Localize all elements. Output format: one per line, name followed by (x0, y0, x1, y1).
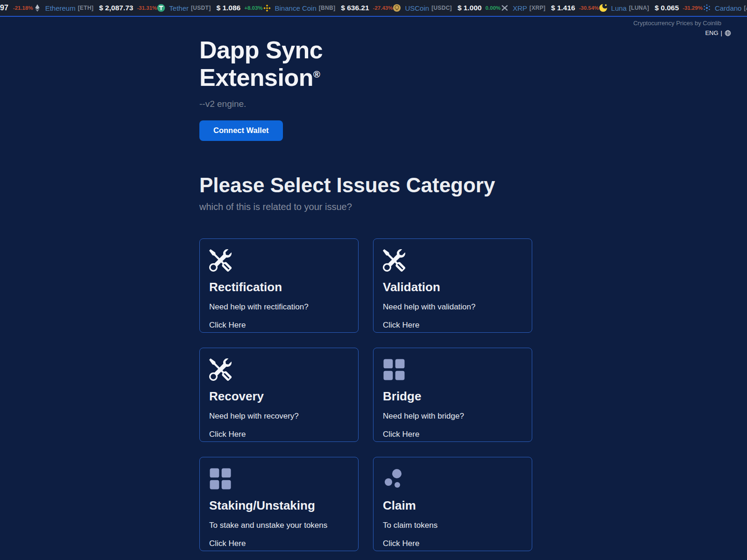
crypto-ticker-bar: 97 -21.18% Ethereum [ETH] $ 2,087.73 -31… (0, 0, 747, 17)
binance-coin-icon (263, 4, 271, 12)
coin-name[interactable]: XRP (513, 4, 527, 12)
grid-icon (383, 358, 405, 381)
language-label: ENG (705, 29, 718, 36)
ticker-item-ethereum[interactable]: Ethereum [ETH] $ 2,087.73 -31.31% (33, 4, 157, 12)
click-here-link[interactable]: Click Here (209, 321, 246, 329)
coin-name[interactable]: Tether (169, 4, 189, 12)
issue-card-staking-unstaking[interactable]: Staking/Unstaking To stake and unstake y… (199, 457, 359, 551)
coin-symbol: [ETH] (78, 5, 94, 11)
tools-icon (209, 358, 232, 381)
uscoin-icon (393, 4, 401, 12)
coin-change: -31.31% (137, 5, 157, 11)
card-description: To stake and unstake your tokens (209, 521, 349, 530)
ticker-item-uscoin[interactable]: USCoin [USDC] $ 1.000 0.00% (393, 4, 500, 12)
click-here-link[interactable]: Click Here (383, 539, 419, 548)
card-title: Validation (383, 280, 522, 294)
card-description: To claim tokens (383, 521, 522, 530)
page-title: Dapp Sync Extension® (199, 36, 532, 91)
issue-card-bridge[interactable]: Bridge Need help with bridge? Click Here (373, 348, 532, 442)
tether-icon (157, 4, 165, 12)
coin-name[interactable]: USCoin (405, 4, 429, 12)
card-description: Need help with rectification? (209, 302, 349, 312)
ticker-item-binance-coin[interactable]: Binance Coin [BNB] $ 636.21 -27.43% (263, 4, 393, 12)
coin-change: -30.54% (579, 5, 599, 11)
ticker-item-luna[interactable]: Luna [LUNA] $ 0.065 -31.29% (599, 4, 703, 12)
coin-price: $ 0.065 (655, 4, 679, 12)
coin-name[interactable]: Ethereum (45, 4, 76, 12)
click-here-link[interactable]: Click Here (383, 430, 419, 439)
card-description: Need help with recovery? (209, 412, 349, 421)
click-here-link[interactable]: Click Here (209, 539, 246, 548)
coin-name[interactable]: Binance Coin (275, 4, 317, 12)
coin-name[interactable]: Cardano (715, 4, 742, 12)
coin-price: $ 1.000 (458, 4, 482, 12)
ticker-item-xrp[interactable]: XRP [XRP] $ 1.416 -30.54% (500, 4, 599, 12)
issues-subheading: which of this is related to your issue? (199, 202, 532, 212)
connect-wallet-button[interactable]: Connect Wallet (199, 120, 283, 141)
grid-icon (209, 468, 232, 490)
issue-card-claim[interactable]: Claim To claim tokens Click Here (373, 457, 532, 551)
ticker-item-cardano[interactable]: Cardano [ADA] $ 0.263 (703, 4, 747, 12)
circles-icon (383, 468, 405, 490)
coin-symbol: [USDC] (431, 5, 452, 11)
click-here-link[interactable]: Click Here (209, 430, 246, 439)
issue-category-grid: Rectification Need help with rectificati… (199, 238, 532, 551)
coin-price: $ 1.416 (551, 4, 575, 12)
card-description: Need help with bridge? (383, 412, 522, 421)
coin-symbol: [XRP] (529, 5, 545, 11)
coin-symbol: [BNB] (319, 5, 336, 11)
registered-trademark: ® (313, 69, 320, 79)
coin-change: 0.00% (486, 5, 501, 11)
coin-price: $ 1.086 (216, 4, 240, 12)
ethereum-icon (33, 4, 42, 12)
coin-symbol: [LUNA] (629, 5, 649, 11)
card-title: Claim (383, 498, 522, 513)
ticker-change: -21.18% (13, 5, 33, 11)
ticker-item-tether[interactable]: Tether [USDT] $ 1.086 +8.03% (157, 4, 262, 12)
issue-card-rectification[interactable]: Rectification Need help with rectificati… (199, 238, 359, 333)
card-title: Rectification (209, 280, 349, 294)
language-selector[interactable]: ENG | (705, 29, 731, 36)
coinlib-attribution-link[interactable]: Cryptocurrency Prices by Coinlib (0, 20, 721, 27)
tools-icon (209, 249, 232, 272)
language-separator: | (721, 29, 722, 36)
coin-change: +8.03% (244, 5, 262, 11)
hero-subtitle: --v2 engine. (199, 99, 532, 109)
coin-change: -27.43% (373, 5, 393, 11)
coin-price: $ 2,087.73 (99, 4, 133, 12)
tools-icon (383, 249, 405, 272)
coin-name[interactable]: Luna (611, 4, 627, 12)
card-title: Recovery (209, 389, 349, 404)
coin-symbol: [USDT] (191, 5, 211, 11)
cardano-icon (703, 4, 711, 12)
globe-icon (725, 30, 731, 36)
luna-icon (599, 4, 607, 12)
issue-card-recovery[interactable]: Recovery Need help with recovery? Click … (199, 348, 359, 442)
card-description: Need help with validation? (383, 302, 522, 312)
coin-change: -31.29% (683, 5, 703, 11)
click-here-link[interactable]: Click Here (383, 321, 419, 329)
issue-card-validation[interactable]: Validation Need help with validation? Cl… (373, 238, 532, 333)
card-title: Bridge (383, 389, 522, 404)
ticker-price-fragment: 97 (0, 4, 8, 12)
hero-section: Dapp Sync Extension® --v2 engine. Connec… (199, 36, 532, 141)
xrp-icon (500, 4, 509, 12)
card-title: Staking/Unstaking (209, 498, 349, 513)
ticker-item-partial[interactable]: 97 -21.18% (0, 4, 33, 12)
coin-symbol: [ADA] (744, 5, 747, 11)
issues-heading: Please Select Issues Category (199, 174, 532, 197)
coin-price: $ 636.21 (341, 4, 369, 12)
